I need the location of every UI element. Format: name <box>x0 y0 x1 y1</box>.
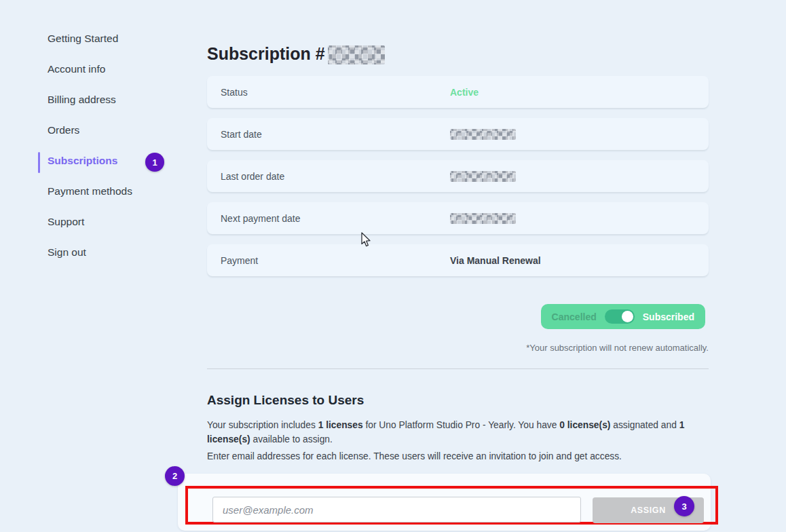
detail-row-start-date: Start date <box>207 118 709 150</box>
redacted-value-block <box>450 213 516 224</box>
sidebar-item-support[interactable]: Support <box>48 216 197 232</box>
payment-method-value: Via Manual Renewal <box>450 255 541 266</box>
row-label: Last order date <box>207 171 284 182</box>
redacted-start-date <box>450 128 516 140</box>
annotation-step-3-badge: 3 <box>674 496 694 516</box>
sidebar-item-getting-started[interactable]: Getting Started <box>48 33 197 49</box>
row-label: Payment <box>207 255 258 266</box>
detail-row-status: Status Active <box>207 76 709 108</box>
section-divider <box>207 368 709 369</box>
row-label: Next payment date <box>207 213 301 224</box>
intro-seg: available to assign. <box>250 434 333 444</box>
toggle-switch[interactable] <box>605 309 635 324</box>
row-label: Status <box>207 87 248 98</box>
page-title: Subscription # <box>207 44 385 64</box>
detail-row-next-payment-date: Next payment date <box>207 202 709 234</box>
page-title-text: Subscription # <box>207 44 325 63</box>
redacted-value-block <box>450 171 516 182</box>
license-count: 1 licenses <box>318 420 363 430</box>
email-instructions-text: Enter email addresses for each license. … <box>207 451 709 461</box>
sidebar-item-orders[interactable]: Orders <box>48 124 197 140</box>
sidebar-item-sign-out[interactable]: Sign out <box>48 246 197 263</box>
sidebar-item-label: Subscriptions <box>48 155 117 166</box>
intro-seg: Your subscription includes <box>207 420 318 430</box>
redacted-next-payment-date <box>450 212 516 224</box>
detail-row-last-order-date: Last order date <box>207 160 709 192</box>
annotation-step-1-badge: 1 <box>145 153 164 172</box>
sidebar-item-account-info[interactable]: Account info <box>48 63 197 79</box>
sidebar: Getting Started Account info Billing add… <box>48 33 197 277</box>
sidebar-item-subscriptions[interactable]: Subscriptions 1 <box>48 155 197 171</box>
toggle-knob <box>622 311 633 322</box>
subscription-status-toggle[interactable]: Cancelled Subscribed <box>541 304 705 329</box>
redacted-value-block <box>450 129 516 140</box>
detail-row-payment: Payment Via Manual Renewal <box>207 244 709 276</box>
intro-seg: for Uno Platform Studio Pro - Yearly. Yo… <box>363 420 560 430</box>
license-email-input[interactable] <box>212 497 581 522</box>
active-indicator-bar <box>38 152 40 173</box>
assign-licenses-heading: Assign Licenses to Users <box>207 393 364 408</box>
toggle-cancelled-label: Cancelled <box>552 311 597 322</box>
subscription-details-table: Status Active Start date Last order date… <box>207 76 709 286</box>
annotation-step-2-badge: 2 <box>165 466 185 486</box>
status-value: Active <box>450 87 479 98</box>
toggle-subscribed-label: Subscribed <box>643 311 694 322</box>
license-summary-text: Your subscription includes 1 licenses fo… <box>207 418 709 446</box>
sidebar-item-billing-address[interactable]: Billing address <box>48 94 197 110</box>
renewal-footnote: *Your subscription will not renew automa… <box>526 343 709 353</box>
assigned-count: 0 license(s) <box>559 420 610 430</box>
row-label: Start date <box>207 129 262 140</box>
sidebar-item-payment-methods[interactable]: Payment methods <box>48 185 197 202</box>
redacted-last-order-date <box>450 170 516 182</box>
redacted-subscription-number <box>328 45 385 64</box>
intro-seg: assignated and <box>610 420 679 430</box>
